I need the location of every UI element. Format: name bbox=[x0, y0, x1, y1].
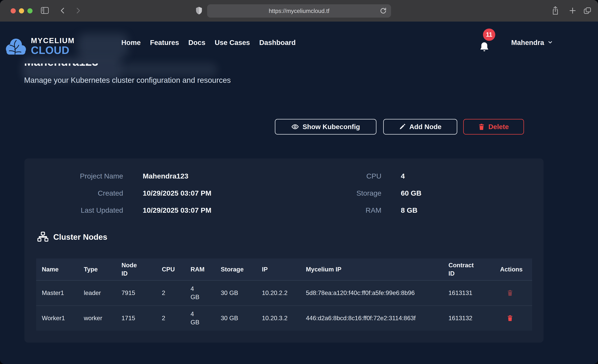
cell-contract-id: 1613131 bbox=[443, 289, 494, 297]
back-icon[interactable] bbox=[59, 7, 66, 14]
table-row-master1: Master1 leader 7915 2 4 GB 30 GB 10.20.2… bbox=[36, 281, 532, 306]
notifications-button[interactable]: 11 bbox=[478, 35, 496, 57]
project-name-value: Mahendra123 bbox=[143, 172, 188, 180]
col-name: Name bbox=[36, 265, 78, 273]
nav-link-dashboard[interactable]: Dashboard bbox=[259, 39, 296, 47]
delete-node-button[interactable] bbox=[507, 314, 513, 322]
col-type: Type bbox=[78, 265, 116, 273]
ram-label: RAM bbox=[312, 206, 382, 214]
new-tab-icon[interactable] bbox=[569, 7, 577, 15]
table-row-worker1: Worker1 worker 1715 2 4 GB 30 GB 10.20.3… bbox=[36, 306, 532, 331]
nav-link-use-cases[interactable]: Use Cases bbox=[215, 39, 250, 47]
address-bar-url: https://myceliumcloud.tf bbox=[269, 8, 329, 14]
address-bar[interactable]: https://myceliumcloud.tf bbox=[207, 4, 391, 17]
cell-storage: 30 GB bbox=[215, 314, 256, 322]
cluster-nodes-heading: Cluster Nodes bbox=[37, 232, 107, 242]
cell-ram: 4 GB bbox=[185, 310, 215, 326]
browser-window: https://myceliumcloud.tf Mahendra123 Man… bbox=[0, 0, 598, 364]
cell-storage: 30 GB bbox=[215, 289, 256, 297]
nav-link-features[interactable]: Features bbox=[150, 39, 179, 47]
zoom-window-button[interactable] bbox=[27, 8, 33, 13]
show-kubeconfig-label: Show Kubeconfig bbox=[303, 123, 360, 131]
close-window-button[interactable] bbox=[11, 8, 16, 13]
storage-label: Storage bbox=[312, 189, 382, 197]
cluster-nodes-title: Cluster Nodes bbox=[53, 232, 107, 241]
sidebar-toggle-icon[interactable] bbox=[41, 7, 49, 14]
app-page: Mahendra123 Manage your Kubernetes clust… bbox=[0, 22, 598, 364]
eye-icon bbox=[291, 123, 299, 131]
delete-cluster-button[interactable]: Delete bbox=[463, 119, 524, 134]
col-ip: IP bbox=[256, 265, 300, 273]
cell-cpu: 2 bbox=[156, 314, 185, 322]
show-kubeconfig-button[interactable]: Show Kubeconfig bbox=[275, 119, 376, 134]
cell-cpu: 2 bbox=[156, 289, 185, 297]
brand-line2: CLOUD bbox=[31, 45, 75, 56]
refresh-icon[interactable] bbox=[379, 7, 387, 15]
add-node-label: Add Node bbox=[409, 123, 441, 131]
cpu-label: CPU bbox=[312, 172, 382, 180]
nodes-table-header: Name Type Node ID CPU RAM Storage IP Myc… bbox=[36, 258, 532, 281]
delete-label: Delete bbox=[488, 123, 509, 131]
cell-ip: 10.20.2.2 bbox=[256, 289, 300, 297]
cell-name: Master1 bbox=[36, 289, 78, 297]
project-name-label: Project Name bbox=[53, 172, 123, 180]
cell-mycelium-ip: 446:d2a6:8bcd:8c16:ff0f:72e2:3114:863f bbox=[300, 314, 443, 322]
tab-overview-icon[interactable] bbox=[583, 7, 591, 15]
storage-value: 60 GB bbox=[401, 189, 421, 197]
minimize-window-button[interactable] bbox=[19, 8, 24, 13]
trash-icon bbox=[507, 289, 513, 297]
cpu-value: 4 bbox=[401, 172, 405, 180]
nodes-table: Name Type Node ID CPU RAM Storage IP Myc… bbox=[36, 258, 532, 331]
col-mycelium-ip: Mycelium IP bbox=[300, 265, 443, 273]
cell-ip: 10.20.3.2 bbox=[256, 314, 300, 322]
user-name: Mahendra bbox=[511, 39, 544, 47]
navbar: MYCELIUM CLOUD Home Features Docs Use Ca… bbox=[0, 22, 598, 64]
col-storage: Storage bbox=[215, 265, 256, 273]
cell-contract-id: 1613132 bbox=[443, 314, 494, 322]
pencil-icon bbox=[399, 124, 406, 130]
browser-chrome: https://myceliumcloud.tf bbox=[0, 0, 598, 22]
cell-mycelium-ip: 5d8:78ea:a120:f40c:ff0f:a5fe:99e6:8b96 bbox=[300, 289, 443, 297]
cell-name: Worker1 bbox=[36, 314, 78, 322]
delete-node-button[interactable] bbox=[507, 289, 513, 297]
brand-line1: MYCELIUM bbox=[31, 37, 75, 44]
blur-smudge bbox=[121, 63, 217, 77]
brand-logo[interactable]: MYCELIUM CLOUD bbox=[5, 37, 75, 56]
privacy-shield-icon[interactable] bbox=[196, 6, 202, 15]
nav-link-home[interactable]: Home bbox=[121, 39, 141, 47]
col-cpu: CPU bbox=[156, 265, 185, 273]
col-ram: RAM bbox=[185, 265, 215, 273]
page-subtitle: Manage your Kubernetes cluster configura… bbox=[24, 76, 231, 85]
share-icon[interactable] bbox=[551, 6, 559, 15]
cell-type: worker bbox=[78, 314, 116, 322]
ram-value: 8 GB bbox=[401, 206, 417, 214]
created-value: 10/29/2025 03:07 PM bbox=[143, 189, 211, 197]
trash-icon bbox=[478, 123, 485, 130]
col-actions: Actions bbox=[494, 265, 532, 273]
last-updated-label: Last Updated bbox=[53, 206, 123, 214]
mycelium-cloud-logo-icon bbox=[5, 37, 27, 56]
add-node-button[interactable]: Add Node bbox=[383, 119, 457, 134]
chevron-down-icon bbox=[547, 40, 553, 46]
cell-type: leader bbox=[78, 289, 116, 297]
nav-links: Home Features Docs Use Cases Dashboard bbox=[121, 22, 296, 64]
user-menu[interactable]: Mahendra bbox=[511, 22, 553, 64]
created-label: Created bbox=[53, 189, 123, 197]
nav-link-docs[interactable]: Docs bbox=[188, 39, 206, 47]
cell-node-id: 1715 bbox=[116, 314, 156, 322]
trash-icon bbox=[507, 314, 513, 322]
network-nodes-icon bbox=[37, 232, 48, 242]
notification-badge: 11 bbox=[483, 29, 495, 41]
col-node-id: Node ID bbox=[116, 261, 156, 278]
col-contract-id: Contract ID bbox=[443, 261, 494, 278]
brand-text: MYCELIUM CLOUD bbox=[31, 37, 75, 56]
forward-icon[interactable] bbox=[74, 7, 82, 14]
cell-ram: 4 GB bbox=[185, 285, 215, 301]
cluster-card: Project Name Mahendra123 Created 10/29/2… bbox=[25, 158, 544, 343]
last-updated-value: 10/29/2025 03:07 PM bbox=[143, 206, 211, 214]
cell-node-id: 7915 bbox=[116, 289, 156, 297]
